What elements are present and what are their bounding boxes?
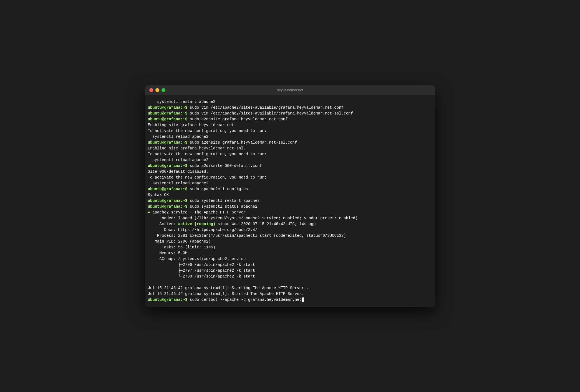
command-text: sudo certbot --apache -d grafana.heyvald… [190, 297, 302, 302]
prompt: ubuntu@grafana:~$ [148, 140, 190, 145]
terminal-line: ubuntu@grafana:~$ sudo a2ensite grafana.… [148, 116, 432, 122]
terminal-line: CGroup: /system.slice/apache2.service [148, 256, 432, 262]
status-dot: ● [148, 210, 150, 215]
command-text: sudo apache2ctl configtest [190, 187, 250, 191]
prompt: ubuntu@grafana:~$ [148, 297, 190, 302]
terminal-line: Docs: https://httpd.apache.org/docs/2.4/ [148, 227, 432, 233]
prompt: ubuntu@grafana:~$ [148, 204, 190, 209]
traffic-lights [149, 88, 165, 92]
command-text: sudo a2dissite 000-default.conf [190, 164, 262, 168]
active-status: active (running) [178, 222, 215, 226]
terminal-line: Syntax OK [148, 192, 432, 198]
terminal-line: Main PID: 2796 (apache2) [148, 239, 432, 245]
terminal-line: Site 000-default disabled. [148, 169, 432, 175]
terminal-line: Jul 15 21:46:42 grafana systemd[1]: Star… [148, 291, 432, 297]
terminal-line: systemctl restart apache2 [148, 99, 432, 105]
terminal-line: systemctl reload apache2 [148, 180, 432, 186]
terminal-window: heyvaldemar.net systemctl restart apache… [145, 85, 435, 307]
terminal-line: ubuntu@grafana:~$ sudo vim /etc/apache2/… [148, 105, 432, 111]
terminal-line: ubuntu@grafana:~$ sudo certbot --apache … [148, 297, 432, 303]
cursor [302, 297, 304, 302]
terminal-line: ubuntu@grafana:~$ sudo systemctl status … [148, 204, 432, 210]
prompt: ubuntu@grafana:~$ [148, 117, 190, 121]
minimize-button[interactable] [155, 88, 159, 92]
command-text: sudo a2ensite grafana.heyvaldemar.net.co… [190, 117, 288, 121]
terminal-line [148, 279, 432, 285]
prompt: ubuntu@grafana:~$ [148, 198, 190, 203]
terminal-line: ubuntu@grafana:~$ sudo a2dissite 000-def… [148, 163, 432, 169]
window-title: heyvaldemar.net [277, 88, 303, 92]
terminal-line: ubuntu@grafana:~$ sudo a2ensite grafana.… [148, 140, 432, 146]
command-text: sudo systemctl status apache2 [190, 204, 258, 209]
prompt: ubuntu@grafana:~$ [148, 164, 190, 168]
maximize-button[interactable] [162, 88, 165, 92]
terminal-line: Tasks: 55 (limit: 1145) [148, 245, 432, 250]
command-text: sudo a2ensite grafana.heyvaldemar.net-ss… [190, 140, 297, 145]
terminal-line: Jul 15 21:46:42 grafana systemd[1]: Star… [148, 285, 432, 291]
command-text: sudo systemctl restart apache2 [190, 198, 260, 203]
terminal-line: Enabling site grafana.heyvaldemar.net. [148, 122, 432, 128]
terminal-line: systemctl reload apache2 [148, 134, 432, 140]
close-button[interactable] [149, 88, 153, 92]
terminal-line: Loaded: loaded (/lib/systemd/system/apac… [148, 215, 432, 221]
terminal-line: └─2798 /usr/sbin/apache2 -k start [148, 274, 432, 279]
terminal-line: Process: 2781 ExecStart=/usr/sbin/apache… [148, 233, 432, 239]
terminal-line: ubuntu@grafana:~$ sudo systemctl restart… [148, 198, 432, 204]
terminal-line: Memory: 5.3M [148, 250, 432, 256]
prompt: ubuntu@grafana:~$ [148, 187, 190, 191]
prompt: ubuntu@grafana:~$ [148, 105, 190, 110]
terminal-line: Active: active (running) since Wed 2020-… [148, 221, 432, 227]
terminal-line: Enabling site grafana.heyvaldemar.net-ss… [148, 146, 432, 151]
terminal-line: systemctl reload apache2 [148, 157, 432, 163]
terminal-line: ubuntu@grafana:~$ sudo apache2ctl config… [148, 186, 432, 192]
terminal-line: ● apache2.service - The Apache HTTP Serv… [148, 210, 432, 215]
terminal-line: ├─2796 /usr/sbin/apache2 -k start [148, 262, 432, 268]
terminal-line: To activate the new configuration, you n… [148, 151, 432, 157]
command-text: sudo vim /etc/apache2/sites-available/gr… [190, 105, 344, 110]
terminal-line: ├─2797 /usr/sbin/apache2 -k start [148, 268, 432, 274]
command-text: sudo vim /etc/apache2/sites-available/gr… [190, 111, 353, 116]
status-text: apache2.service - The Apache HTTP Server [150, 210, 246, 215]
terminal-line: ubuntu@grafana:~$ sudo vim /etc/apache2/… [148, 111, 432, 116]
terminal-line: To activate the new configuration, you n… [148, 128, 432, 134]
title-bar: heyvaldemar.net [145, 85, 435, 95]
terminal-line: To activate the new configuration, you n… [148, 175, 432, 180]
terminal-body[interactable]: systemctl restart apache2ubuntu@grafana:… [145, 95, 435, 307]
prompt: ubuntu@grafana:~$ [148, 111, 190, 116]
